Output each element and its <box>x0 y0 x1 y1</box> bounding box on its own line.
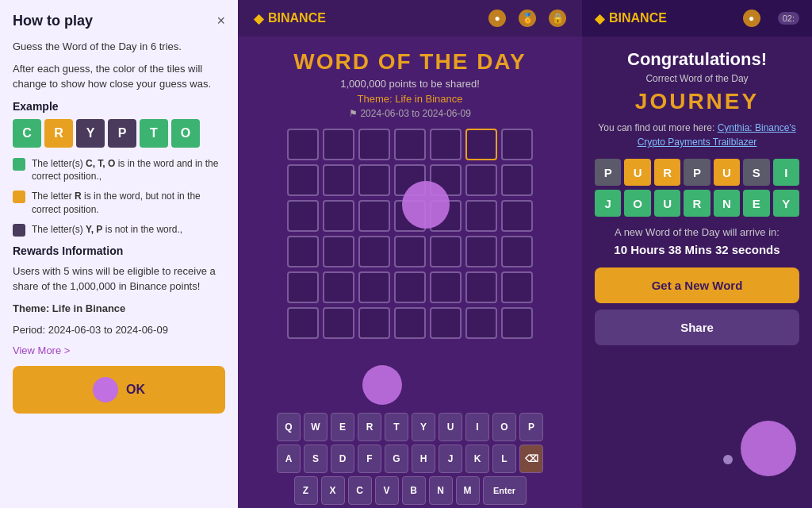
example-tile-Y: Y <box>76 119 105 148</box>
grid-cell-5-7 <box>501 271 533 303</box>
right-panel: ◆ BINANCE ● 02: Congratulations! Correct… <box>582 0 812 508</box>
guess-tile-2-2: O <box>624 190 650 217</box>
grid-cell-6-2 <box>323 307 354 339</box>
key-Q[interactable]: Q <box>277 413 301 441</box>
legend-text-orange: The letter R is in the word, but not in … <box>32 190 225 217</box>
points-text: 1,000,000 points to be shared! <box>340 78 480 90</box>
find-more: You can find out more here: Cynthia: Bin… <box>595 121 799 149</box>
middle-logo-text: BINANCE <box>268 11 326 25</box>
small-dot-decoration <box>723 455 733 464</box>
grid-cell-1-2 <box>323 129 354 160</box>
example-tile-R: R <box>44 119 73 148</box>
backspace-key[interactable]: ⌫ <box>519 444 543 473</box>
key-R[interactable]: R <box>358 413 381 441</box>
guess-tile-2-7: Y <box>773 190 799 217</box>
key-B[interactable]: B <box>402 476 426 505</box>
key-I[interactable]: I <box>465 413 489 441</box>
right-logo-text: BINANCE <box>609 11 667 25</box>
grid-cell-1-3 <box>358 129 390 160</box>
key-O[interactable]: O <box>492 413 516 441</box>
get-new-word-button[interactable]: Get a New Word <box>595 267 799 303</box>
middle-binance-header: ◆ BINANCE ● 🏅 🔒 <box>238 0 582 37</box>
legend-item-dark: The letter(s) Y, P is not in the word., <box>13 223 225 237</box>
guess-row-1: P U R P U S I <box>595 159 799 186</box>
guess-rows: P U R P U S I J O U R N E Y <box>595 159 799 217</box>
legend-color-orange <box>13 190 25 203</box>
key-D[interactable]: D <box>331 444 354 473</box>
keyboard-row-3: Z X C V B N M Enter <box>244 476 576 505</box>
period-info: Period: 2024-06-03 to 2024-06-09 <box>13 322 225 338</box>
key-A[interactable]: A <box>277 444 301 473</box>
key-E[interactable]: E <box>331 413 354 441</box>
key-N[interactable]: N <box>429 476 453 505</box>
howtoplay-close-button[interactable]: × <box>216 13 225 29</box>
guess-tile-1-1: P <box>595 159 621 186</box>
grid-row-6 <box>287 307 533 339</box>
grid-cell-5-3 <box>358 271 390 303</box>
grid-cell-4-4 <box>394 236 426 267</box>
key-V[interactable]: V <box>375 476 399 505</box>
grid-cell-4-5 <box>430 236 462 267</box>
key-S[interactable]: S <box>304 444 327 473</box>
period-value: 2024-06-03 to 2024-06-09 <box>48 324 168 336</box>
key-T[interactable]: T <box>385 413 408 441</box>
howtoplay-intro1: Guess the Word of the Day in 6 tries. <box>13 39 225 55</box>
ok-button[interactable]: OK <box>13 366 225 414</box>
key-Y[interactable]: Y <box>412 413 435 441</box>
guess-tile-2-5: N <box>714 190 740 217</box>
grid-cell-6-6 <box>465 307 497 339</box>
middle-panel: ◆ BINANCE ● 🏅 🔒 WORD OF THE DAY 1,000,00… <box>238 0 582 508</box>
guess-tile-2-3: U <box>654 190 680 217</box>
theme-value: Life in Binance <box>395 93 462 105</box>
key-J[interactable]: J <box>439 444 462 473</box>
guess-tile-1-2: U <box>624 159 650 186</box>
grid-cell-3-1 <box>287 200 319 232</box>
coin-icon: ● <box>488 10 506 27</box>
grid-cell-4-1 <box>287 236 319 267</box>
grid-cell-6-1 <box>287 307 319 339</box>
key-M[interactable]: M <box>456 476 480 505</box>
guess-tile-1-4: P <box>684 159 710 186</box>
key-C[interactable]: C <box>348 476 372 505</box>
guess-tile-2-6: E <box>743 190 769 217</box>
key-X[interactable]: X <box>321 476 345 505</box>
period-label: Period: <box>13 324 45 336</box>
share-button[interactable]: Share <box>595 310 799 345</box>
grid-cell-1-1 <box>287 129 319 160</box>
key-P[interactable]: P <box>519 413 543 441</box>
enter-key[interactable]: Enter <box>483 476 527 505</box>
guess-row-2: J O U R N E Y <box>595 190 799 217</box>
ok-circle-decoration <box>93 377 118 402</box>
theme-label: Theme: <box>13 302 49 314</box>
key-K[interactable]: K <box>465 444 489 473</box>
grid-cell-1-5 <box>430 129 462 160</box>
guess-tile-1-7: I <box>773 159 799 186</box>
key-H[interactable]: H <box>412 444 435 473</box>
howtoplay-intro2: After each guess, the color of the tiles… <box>13 61 225 92</box>
theme-info: Theme: Life in Binance <box>13 301 225 317</box>
grid-cell-3-6 <box>465 200 497 232</box>
grid-cell-3-7 <box>501 200 533 232</box>
guess-tile-1-6: S <box>743 159 769 186</box>
key-G[interactable]: G <box>385 444 408 473</box>
float-circle-decoration-2 <box>362 365 402 405</box>
key-F[interactable]: F <box>358 444 381 473</box>
grid-cell-2-2 <box>323 164 354 196</box>
howtoplay-panel: How to play × Guess the Word of the Day … <box>0 0 238 508</box>
grid-cell-2-1 <box>287 164 319 196</box>
view-more-link[interactable]: View More > <box>13 344 225 356</box>
grid-cell-1-6 <box>465 129 497 160</box>
right-header-icons: ● 02: <box>743 10 799 27</box>
key-Z[interactable]: Z <box>294 476 318 505</box>
key-L[interactable]: L <box>492 444 516 473</box>
grid-cell-5-4 <box>394 271 426 303</box>
rewards-info: Users with 5 wins will be eligible to re… <box>13 264 225 294</box>
right-coin-icon: ● <box>743 10 760 27</box>
grid-cell-6-5 <box>430 307 462 339</box>
legend-color-green <box>13 158 25 171</box>
rewards-title: Rewards Information <box>13 244 225 257</box>
key-U[interactable]: U <box>439 413 462 441</box>
guess-tile-2-4: R <box>684 190 710 217</box>
key-W[interactable]: W <box>304 413 327 441</box>
right-binance-header: ◆ BINANCE ● 02: <box>582 0 812 37</box>
